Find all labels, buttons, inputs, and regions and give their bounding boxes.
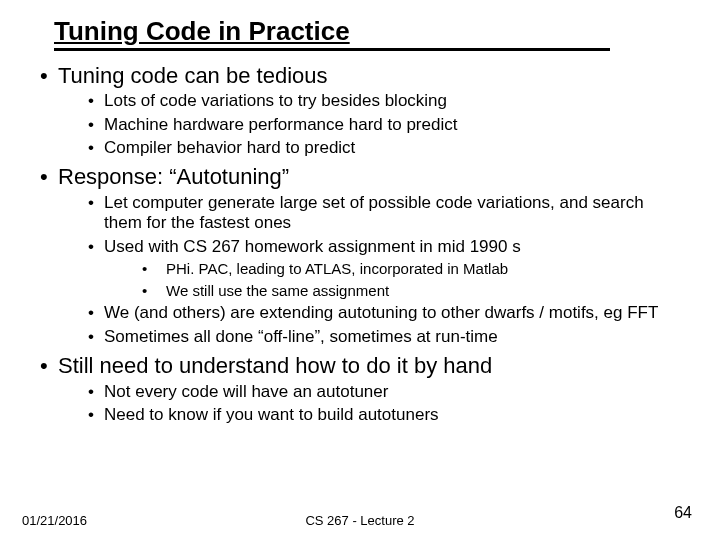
bullet-text: Need to know if you want to build autotu…: [104, 405, 439, 424]
bullet-l2: Lots of code variations to try besides b…: [88, 91, 680, 111]
bullet-l2: Not every code will have an autotuner: [88, 382, 680, 402]
page-number: 64: [674, 504, 692, 522]
bullet-text: PHi. PAC, leading to ATLAS, incorporated…: [166, 260, 508, 277]
bullet-text: Lots of code variations to try besides b…: [104, 91, 447, 110]
bullet-text: Let computer generate large set of possi…: [104, 193, 644, 232]
bullet-text: Machine hardware performance hard to pre…: [104, 115, 457, 134]
bullet-text: Still need to understand how to do it by…: [58, 353, 492, 378]
bullet-l3: PHi. PAC, leading to ATLAS, incorporated…: [142, 260, 680, 279]
bullet-text: Tuning code can be tedious: [58, 63, 328, 88]
bullet-text: We still use the same assignment: [166, 282, 389, 299]
bullet-text: Response: “Autotuning”: [58, 164, 289, 189]
bullet-l2: Compiler behavior hard to predict: [88, 138, 680, 158]
bullet-l2: Let computer generate large set of possi…: [88, 193, 680, 234]
bullet-l1: Response: “Autotuning” Let computer gene…: [40, 164, 680, 347]
bullet-l2: We (and others) are extending autotuning…: [88, 303, 680, 323]
bullet-l1: Still need to understand how to do it by…: [40, 353, 680, 425]
bullet-l2: Machine hardware performance hard to pre…: [88, 115, 680, 135]
bullet-l2: Need to know if you want to build autotu…: [88, 405, 680, 425]
bullet-text: Not every code will have an autotuner: [104, 382, 388, 401]
slide-body: Tuning code can be tedious Lots of code …: [0, 53, 720, 425]
slide-title: Tuning Code in Practice: [54, 16, 610, 51]
bullet-text: We (and others) are extending autotuning…: [104, 303, 658, 322]
footer-center: CS 267 - Lecture 2: [0, 513, 720, 528]
bullet-l2: Sometimes all done “off-line”, sometimes…: [88, 327, 680, 347]
bullet-l1: Tuning code can be tedious Lots of code …: [40, 63, 680, 158]
bullet-l2: Used with CS 267 homework assignment in …: [88, 237, 680, 301]
bullet-text: Compiler behavior hard to predict: [104, 138, 355, 157]
bullet-text: Sometimes all done “off-line”, sometimes…: [104, 327, 498, 346]
bullet-text: Used with CS 267 homework assignment in …: [104, 237, 521, 256]
bullet-l3: We still use the same assignment: [142, 282, 680, 301]
